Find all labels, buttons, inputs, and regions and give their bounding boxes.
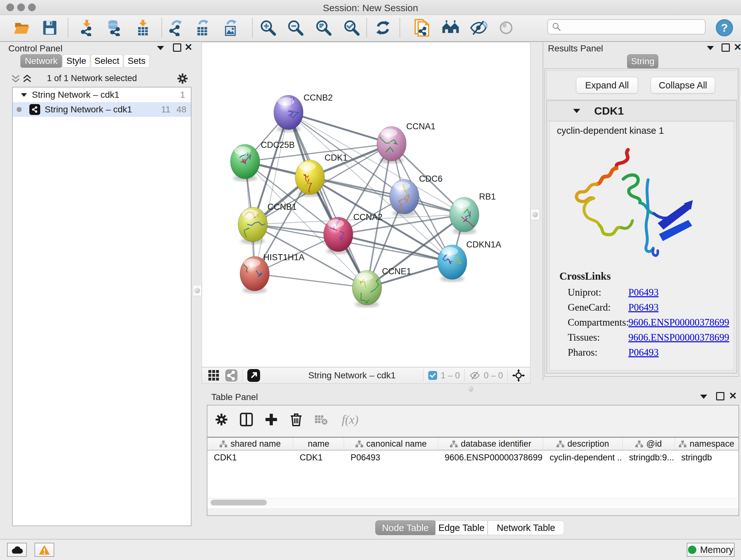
search-input[interactable]: [561, 22, 697, 32]
column-header--id[interactable]: @id: [623, 438, 675, 450]
column-header-name[interactable]: name: [293, 438, 344, 450]
network-options-gear-icon[interactable]: [176, 72, 189, 85]
network-node-rb1[interactable]: RB1: [450, 192, 496, 234]
gene-disclosure-icon[interactable]: [573, 109, 580, 113]
import-network-database-icon[interactable]: [105, 19, 123, 37]
table-cell[interactable]: CDK1: [293, 450, 344, 464]
table-cell[interactable]: stringdb: [675, 450, 738, 464]
warnings-button[interactable]: [35, 543, 54, 557]
tab-style[interactable]: Style: [62, 54, 90, 68]
network-edge[interactable]: [255, 112, 288, 273]
network-row[interactable]: String Network – cdk1 11 48: [13, 102, 191, 117]
crosslink-link[interactable]: P06493: [628, 347, 659, 358]
network-view-canvas[interactable]: CCNB2CCNA1CDC25BCDK1CDC6RB1CCNB1CCNA2CDK…: [202, 42, 530, 367]
selected-nodes-checkbox[interactable]: [428, 371, 437, 380]
string-network-graph[interactable]: CCNB2CCNA1CDC25BCDK1CDC6RB1CCNB1CCNA2CDK…: [202, 43, 530, 367]
export-image-icon[interactable]: [222, 19, 240, 37]
collapse-all-button[interactable]: Collapse All: [651, 77, 715, 94]
table-cell[interactable]: cyclin-dependent ...: [543, 450, 623, 464]
home-networks-icon[interactable]: [442, 19, 460, 37]
import-table-file-icon[interactable]: [134, 19, 152, 37]
table-panel: f(x) shared namenamecanonical namedataba…: [207, 405, 739, 516]
tab-node-table[interactable]: Node Table: [375, 520, 435, 535]
tab-select[interactable]: Select: [91, 54, 123, 68]
gene-description: cyclin-dependent kinase 1: [557, 125, 664, 136]
table-horizontal-scrollbar[interactable]: [208, 498, 738, 507]
create-column-icon[interactable]: [261, 409, 281, 430]
control-panel-float-icon[interactable]: [173, 44, 181, 52]
network-status-dot: [17, 107, 22, 112]
tab-network[interactable]: Network: [20, 54, 62, 68]
column-header-namespace[interactable]: namespace: [675, 438, 738, 450]
table-cell[interactable]: 9606.ENSP00000378699: [438, 450, 543, 464]
crosslink-link[interactable]: P06493: [628, 302, 659, 313]
network-edge[interactable]: [255, 273, 367, 288]
toolbar-separator: [400, 18, 400, 37]
export-network-icon[interactable]: [167, 19, 185, 37]
node-label: CDC6: [419, 174, 443, 184]
table-cell[interactable]: stringdb:9...: [623, 450, 675, 464]
network-collection-row[interactable]: String Network – cdk1 1: [13, 87, 191, 102]
crosslink-link[interactable]: P06493: [628, 287, 659, 298]
delete-column-icon[interactable]: [286, 409, 307, 430]
import-network-file-icon[interactable]: [78, 19, 96, 37]
table-panel-close-icon[interactable]: ✕: [729, 393, 737, 399]
expand-all-button[interactable]: Expand All: [576, 77, 638, 94]
crosslink-link[interactable]: 9606.ENSP00000378699: [628, 332, 729, 343]
save-session-icon[interactable]: [41, 19, 59, 37]
network-node-cdc6[interactable]: CDC6: [390, 174, 443, 216]
zoom-in-icon[interactable]: [259, 19, 277, 37]
cloud-icon: [10, 545, 23, 554]
network-node-hist1h1a[interactable]: HIST1H1A: [239, 253, 305, 294]
fit-content-crosshair-icon[interactable]: [512, 369, 525, 382]
network-edge[interactable]: [288, 112, 392, 144]
column-header-description[interactable]: description: [543, 438, 623, 450]
search-field[interactable]: [547, 19, 705, 35]
table-cell[interactable]: CDK1: [207, 450, 293, 464]
zoom-selected-icon[interactable]: [343, 19, 360, 37]
results-panel-menu-icon[interactable]: [707, 46, 714, 50]
export-table-icon[interactable]: [194, 19, 212, 37]
tab-sets[interactable]: Sets: [124, 54, 150, 68]
tab-string[interactable]: String: [627, 54, 658, 68]
network-node-ccne1[interactable]: CCNE1: [352, 266, 411, 307]
column-header-database-identifier[interactable]: database identifier: [438, 438, 543, 450]
results-panel-close-icon[interactable]: ✕: [734, 44, 741, 51]
open-in-browser-icon[interactable]: [247, 369, 260, 382]
table-options-gear-icon[interactable]: [211, 409, 232, 430]
network-edge-count: 48: [177, 105, 186, 115]
memory-button[interactable]: Memory: [687, 543, 735, 557]
results-panel-float-icon[interactable]: [722, 44, 730, 52]
hidden-elements-icon[interactable]: [469, 370, 481, 381]
table-panel-float-icon[interactable]: [716, 392, 724, 400]
expand-all-networks-icon[interactable]: [22, 73, 32, 84]
tab-edge-table[interactable]: Edge Table: [435, 520, 488, 535]
open-session-icon[interactable]: [13, 19, 30, 37]
birds-eye-view-icon[interactable]: [208, 369, 220, 381]
cloud-status-button[interactable]: [7, 543, 27, 557]
zoom-out-icon[interactable]: [286, 19, 305, 37]
column-header-canonical-name[interactable]: canonical name: [344, 438, 438, 450]
zoom-fit-icon[interactable]: [315, 19, 333, 37]
network-file-share-icon[interactable]: [413, 19, 431, 37]
crosslink-link[interactable]: 9606.ENSP00000378699: [628, 317, 729, 328]
table-cell[interactable]: P06493: [344, 450, 438, 464]
hide-graphics-details-icon[interactable]: [469, 19, 487, 37]
scrollbar-thumb[interactable]: [211, 500, 267, 505]
collection-disclosure-icon[interactable]: [21, 93, 27, 97]
collapse-all-networks-icon[interactable]: [11, 73, 20, 84]
column-header-shared-name[interactable]: shared name: [207, 438, 293, 450]
control-panel-menu-icon[interactable]: [157, 46, 164, 50]
refresh-icon[interactable]: [374, 19, 392, 37]
show-columns-icon[interactable]: [236, 409, 257, 430]
tab-network-table[interactable]: Network Table: [488, 520, 564, 535]
hierarchy-icon: [556, 440, 564, 447]
table-panel-menu-icon[interactable]: [700, 395, 707, 399]
gene-section-header[interactable]: CDK1: [547, 101, 737, 121]
network-node-cdkn1a[interactable]: CDKN1A: [437, 240, 501, 282]
right-splitter-handle[interactable]: [531, 209, 540, 220]
left-splitter-handle[interactable]: [193, 285, 202, 296]
help-icon[interactable]: ?: [716, 19, 733, 37]
control-panel-close-icon[interactable]: ✕: [185, 44, 192, 51]
table-row[interactable]: CDK1CDK1P064939606.ENSP00000378699cyclin…: [207, 450, 738, 464]
